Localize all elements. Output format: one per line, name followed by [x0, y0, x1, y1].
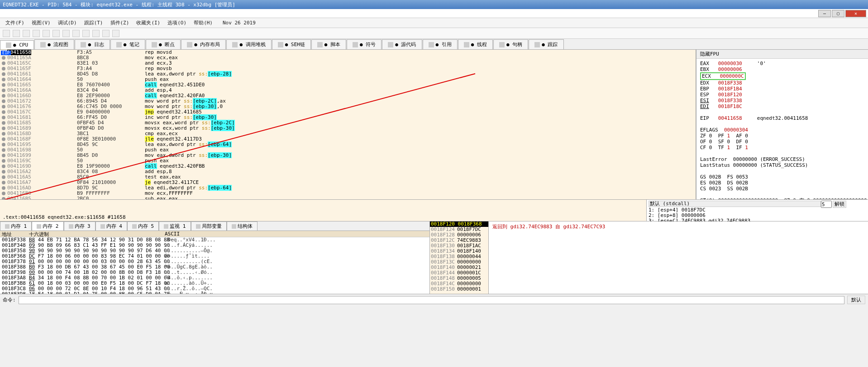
tab-句柄[interactable]: ● 句柄	[493, 39, 528, 49]
disasm-row[interactable]: 0041165C83E1 03and ecx,3	[0, 61, 696, 66]
mem-tab[interactable]: 监视 1	[159, 221, 191, 231]
open-icon[interactable]	[3, 30, 10, 37]
disasm-row[interactable]: 0041169850push eax	[0, 147, 696, 153]
tool-icon[interactable]	[102, 30, 110, 37]
tab-icon	[429, 42, 434, 47]
tab-icon	[232, 42, 238, 47]
command-bar: 命令: 默认	[0, 294, 868, 306]
disasm-row[interactable]: 00411665E8 76070400call eqnedt32.451DE0	[0, 82, 696, 88]
title-bar: EQNEDT32.EXE - PID: 5B4 - 模块: eqnedt32.e…	[0, 0, 868, 9]
disasm-row[interactable]: 0041168F0F8E 3E010000jle eqnedt32.4117D3	[0, 136, 696, 142]
tab-笔记[interactable]: ● 笔记	[110, 39, 145, 49]
step-out-icon[interactable]	[72, 30, 80, 37]
tab-SEH链[interactable]: ● SEH链	[272, 39, 311, 49]
eip-indicator: EIP	[1, 51, 11, 55]
tab-断点[interactable]: ● 断点	[146, 39, 181, 49]
mem-tab[interactable]: 内存 1	[0, 221, 32, 231]
reg-eflags: EFLAGS 00000304	[700, 127, 864, 133]
step-over-icon[interactable]	[62, 30, 70, 37]
text-location: .text:00411658 eqnedt32.exe:$11658 #1165…	[3, 214, 644, 220]
tab-CPU[interactable]: ● CPU	[0, 40, 34, 49]
menu-view[interactable]: 视图(V)	[29, 19, 53, 27]
tool-icon[interactable]	[82, 30, 90, 37]
mem-tab[interactable]: 内存 4	[95, 221, 127, 231]
tab-引用[interactable]: ● 引用	[423, 39, 458, 49]
tab-内存布局[interactable]: ● 内存布局	[181, 39, 226, 49]
mem-tab[interactable]: 内存 3	[64, 221, 95, 231]
tab-源代码[interactable]: ● 源代码	[382, 39, 422, 49]
reg-flags: ZF 0 PF 1 AF 0OF 0 SF 0 DF 0CF 0 TF 1 IF…	[700, 133, 864, 151]
tool-icon[interactable]	[112, 30, 119, 37]
tab-符号[interactable]: ● 符号	[347, 39, 382, 49]
tab-流程图[interactable]: ● 流程图	[34, 39, 74, 49]
tab-icon	[499, 42, 505, 47]
tab-icon	[5, 224, 10, 229]
menu-file[interactable]: 文件(F)	[3, 19, 27, 27]
menu-help[interactable]: 帮助(H)	[191, 19, 215, 27]
reg-edx: EDX 0018F338	[700, 80, 864, 86]
disasm-row[interactable]: 004116998B45 D0mov eax,dword ptr ss:[ebp…	[0, 153, 696, 158]
mem-tab[interactable]: 结构体	[227, 221, 258, 231]
arg-count-input[interactable]	[821, 201, 832, 208]
unlock-button[interactable]: 解锁	[833, 201, 846, 208]
tab-icon	[464, 42, 469, 47]
disassembly-view[interactable]: EIP 00411658F3:A5rep movsd0041165A8BC8mo…	[0, 50, 696, 199]
tab-icon	[317, 42, 323, 47]
close-button[interactable]: ✕	[845, 10, 866, 17]
disasm-row[interactable]: 00411658F3:A5rep movsd	[0, 50, 696, 55]
disasm-row[interactable]: 004116A283C4 08add esp,8	[0, 169, 696, 174]
stack-comment: 返回到 gdi32.74EC9883 自 gdi32.74EC7C93	[489, 221, 868, 294]
stack-row[interactable]: 0018F15000000001	[430, 287, 488, 292]
mem-col-addr: 地址	[2, 231, 29, 237]
disasm-row[interactable]: 004116890FBF4D D0movsx ecx,word ptr ss:[…	[0, 126, 696, 131]
disasm-row[interactable]: 004116958D45 9Clea eax,dword ptr ss:[ebp…	[0, 142, 696, 147]
info-bar: .text:00411658 eqnedt32.exe:$11658 #1165…	[0, 200, 646, 221]
tab-icon	[278, 42, 283, 47]
tab-icon	[100, 224, 105, 229]
mem-tab[interactable]: 局部变量	[191, 221, 227, 231]
tab-icon	[69, 224, 73, 229]
tab-线程[interactable]: ● 线程	[458, 39, 493, 49]
tab-icon	[353, 42, 358, 47]
disasm-row[interactable]: 0041168166:FF45 D0inc word ptr ss:[ebp-3…	[0, 115, 696, 120]
step-into-icon[interactable]	[52, 30, 60, 37]
disasm-row[interactable]: 0041165FF3:A4rep movsb	[0, 66, 696, 71]
run-icon[interactable]	[33, 30, 40, 37]
disasm-row[interactable]: 004116850FBF45 D4movsx eax,word ptr ss:[…	[0, 120, 696, 126]
registers-panel[interactable]: 隐藏FPU EAX 00000030 '0' EBX 00000006 ECX …	[696, 50, 868, 199]
tab-icon	[132, 224, 137, 229]
registers-header[interactable]: 隐藏FPU	[696, 50, 868, 59]
disasm-row[interactable]: 0041169DE8 19F90000call eqnedt32.420FBB	[0, 164, 696, 169]
tab-icon	[40, 42, 46, 47]
disasm-row[interactable]: 004116B52BC0sub eax,eax	[0, 196, 696, 199]
tab-调用堆栈[interactable]: ● 调用堆栈	[226, 39, 271, 49]
menu-fav[interactable]: 收藏夹(I)	[134, 19, 163, 27]
disasm-row[interactable]: 004116618D45 D8lea eax,dword ptr ss:[ebp…	[0, 71, 696, 77]
stdcall-label[interactable]: 默认 (stdcall)	[649, 201, 821, 207]
menu-opt[interactable]: 选项(O)	[165, 19, 189, 27]
memory-dump[interactable]: 内存 1内存 2内存 3内存 4内存 5监视 1局部变量结构体 地址 十六进制 …	[0, 221, 430, 294]
menu-debug[interactable]: 调试(D)	[55, 19, 80, 27]
mem-tab[interactable]: 内存 5	[127, 221, 159, 231]
restart-icon[interactable]	[13, 30, 20, 37]
menu-plugin[interactable]: 插件(Z)	[108, 19, 132, 27]
disasm-row[interactable]: 0041165A8BC8mov ecx,eax	[0, 55, 696, 61]
tab-脚本[interactable]: ● 脚本	[311, 39, 346, 49]
build-date: Nov 26 2019	[220, 19, 258, 27]
maximize-button[interactable]: ▢	[832, 10, 844, 17]
menu-trace[interactable]: 跟踪(T)	[81, 19, 106, 27]
disasm-row[interactable]: 004116B0B9 FFFFFFFFmov ecx,FFFFFFFF	[0, 191, 696, 196]
minimize-button[interactable]: —	[818, 10, 831, 17]
tab-日志[interactable]: ● 日志	[75, 39, 110, 49]
reg-segments: GS 002B FS 0053ES 002B DS 002BCS 0023 SS…	[700, 174, 864, 192]
mem-row[interactable]: 0018F3D818 F4 18 00 01 D1 0A 75 00 00 8B…	[2, 292, 428, 294]
command-input[interactable]	[19, 296, 844, 304]
pause-icon[interactable]	[43, 30, 50, 37]
disasm-row[interactable]: 004116A70F84 21010000je eqnedt32.4117CE	[0, 180, 696, 185]
mem-tab[interactable]: 内存 2	[32, 221, 63, 231]
tab-跟踪[interactable]: ● 跟踪	[529, 39, 563, 49]
stack-view[interactable]: 0018F120 0018F3680018F1240018F7DC0018F12…	[430, 221, 489, 294]
stop-icon[interactable]	[23, 30, 30, 37]
toolbar	[0, 28, 868, 39]
tool-icon[interactable]	[92, 30, 100, 37]
